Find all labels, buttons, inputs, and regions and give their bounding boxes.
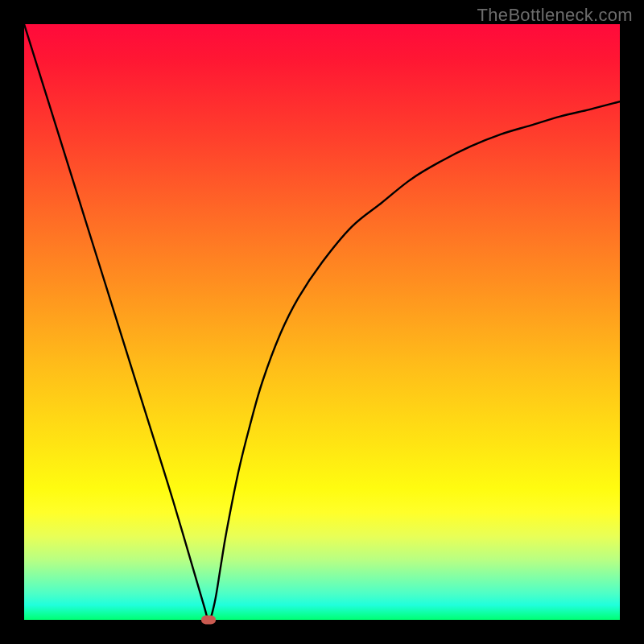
watermark-text: TheBottleneck.com	[477, 5, 633, 26]
chart-frame: TheBottleneck.com	[0, 0, 644, 644]
chart-plot-area	[24, 24, 620, 620]
minimum-marker-icon	[201, 616, 216, 625]
